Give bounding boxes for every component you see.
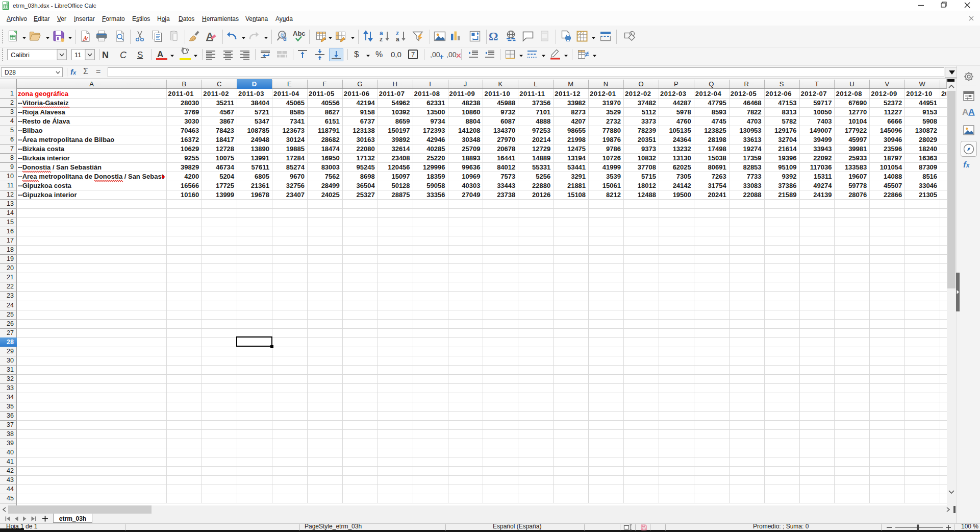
svg-text:A: A: [83, 34, 88, 42]
svg-text:z: z: [380, 36, 383, 43]
svg-text:d: d: [283, 36, 287, 42]
svg-text:a: a: [396, 36, 399, 43]
svg-text:Ω: Ω: [489, 30, 498, 43]
svg-text:A: A: [206, 31, 213, 42]
svg-text:Abc: Abc: [293, 30, 306, 37]
